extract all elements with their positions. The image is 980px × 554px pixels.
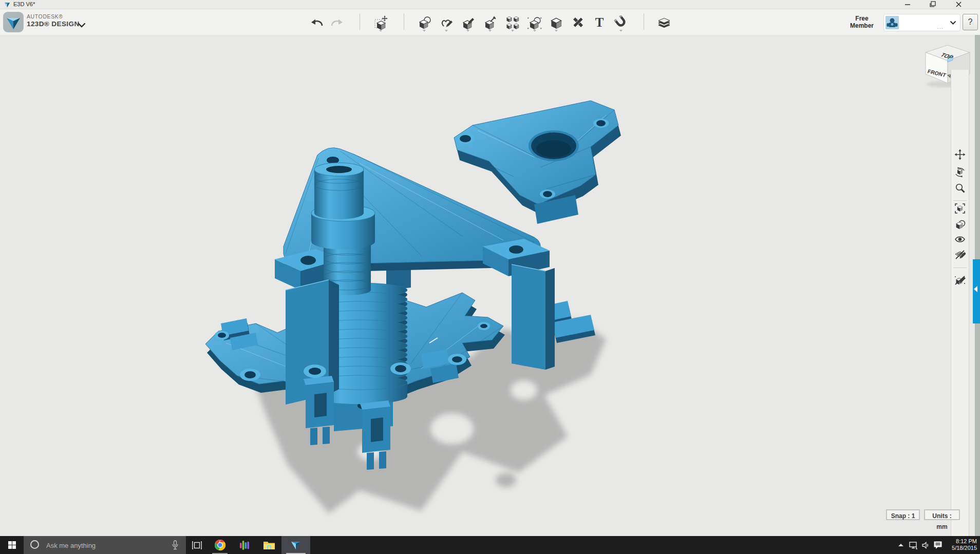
app-window: E3D V6* AUTODESK® 123D® DESIGN: [0, 0, 980, 554]
autodesk-123d-logo: [3, 12, 24, 32]
sketch-toggle-icon: [954, 274, 966, 285]
speaker-icon: [921, 541, 930, 549]
toolbar-separator: [360, 13, 360, 30]
undo-icon: [310, 15, 324, 30]
close-button[interactable]: [950, 0, 967, 9]
brand-autodesk: AUTODESK®: [27, 13, 63, 20]
membership-status: Free Member: [842, 15, 881, 29]
123d-design-taskbar-button[interactable]: [281, 536, 310, 554]
restore-icon: [924, 0, 941, 9]
help-glyph: ?: [968, 17, 973, 26]
action-center-button[interactable]: [932, 536, 944, 554]
combine-button[interactable]: [548, 13, 564, 32]
task-view-icon: [192, 541, 202, 549]
pattern-button[interactable]: [504, 13, 521, 32]
sketch-icon: [439, 15, 454, 30]
sketch-button[interactable]: [438, 13, 455, 32]
grouping-button[interactable]: [526, 13, 543, 32]
modify-icon: [483, 15, 497, 30]
snap-label: Snap : 1: [891, 512, 915, 520]
parts-panel-tab[interactable]: [973, 259, 980, 323]
transform-move-button[interactable]: [372, 13, 389, 32]
3d-model-scene[interactable]: [0, 35, 980, 536]
snap-button[interactable]: [613, 13, 629, 32]
magnet-icon: [614, 15, 628, 30]
view-cube[interactable]: TOP FRONT RIGHT: [918, 41, 980, 88]
combine-icon: [549, 15, 563, 30]
task-view-button[interactable]: [186, 536, 208, 554]
minimize-icon: [899, 0, 916, 9]
floating-triangular-plate[interactable]: [454, 101, 621, 224]
shaded-view-icon: [954, 219, 966, 231]
toolbar-separator: [644, 13, 644, 30]
material-button[interactable]: [656, 13, 672, 32]
orbit-icon: [954, 166, 966, 178]
close-icon: [950, 0, 967, 9]
volume-tray-button[interactable]: [919, 536, 932, 554]
account-widget[interactable]: ...: [883, 14, 960, 31]
grid-toggle-icon: [954, 249, 966, 260]
undo-button[interactable]: [309, 13, 325, 32]
taskbar-clock[interactable]: 8:12 PM 5/18/2015: [946, 538, 977, 551]
start-button[interactable]: [0, 536, 24, 554]
navigation-toolbar: [951, 70, 969, 554]
fit-view-icon: [954, 203, 966, 214]
nav-separator: [953, 200, 967, 201]
material-layers-icon: [657, 15, 671, 30]
window-title: E3D V6*: [13, 0, 35, 9]
minimize-button[interactable]: [899, 0, 916, 9]
sketch-visibility-button[interactable]: [954, 274, 966, 286]
file-explorer-taskbar-button[interactable]: [257, 536, 281, 554]
microphone-icon[interactable]: [172, 540, 179, 550]
text-tool-icon: T: [595, 16, 604, 29]
pan-button[interactable]: [954, 148, 966, 161]
snap-setting[interactable]: Snap : 1: [886, 509, 920, 520]
measure-button[interactable]: [570, 13, 586, 32]
action-center-icon: [933, 541, 943, 549]
clock-date: 5/18/2015: [946, 545, 977, 551]
text-tool-button[interactable]: T: [591, 13, 608, 32]
orbit-button[interactable]: [954, 166, 966, 178]
restore-button[interactable]: [924, 0, 941, 9]
media-app-icon: [239, 540, 250, 551]
construct-button[interactable]: [460, 13, 476, 32]
pan-icon: [954, 149, 966, 160]
grid-visibility-button[interactable]: [954, 249, 966, 261]
clock-time: 8:12 PM: [946, 538, 977, 545]
units-setting[interactable]: Units : mm: [924, 509, 960, 520]
measure-icon: [571, 15, 585, 30]
network-tray-button[interactable]: [907, 536, 919, 554]
app-menu-button[interactable]: [75, 15, 88, 35]
cortana-search-box[interactable]: [24, 536, 186, 554]
account-chevron-icon: [950, 21, 956, 25]
brand-123d-design: 123D® DESIGN: [27, 20, 80, 28]
tray-show-hidden-button[interactable]: [895, 536, 907, 554]
help-button[interactable]: ?: [963, 14, 978, 30]
shaded-view-button[interactable]: [954, 219, 966, 231]
windows-taskbar: 8:12 PM 5/18/2015: [0, 536, 980, 554]
app-icon: [4, 2, 10, 8]
grouping-icon: [527, 15, 542, 30]
primitives-icon: [417, 15, 431, 30]
primitives-button[interactable]: [416, 13, 432, 32]
title-bar: E3D V6*: [0, 0, 980, 9]
modify-button[interactable]: [482, 13, 498, 32]
media-app-taskbar-button[interactable]: [232, 536, 257, 554]
viewport[interactable]: TOP FRONT RIGHT: [0, 35, 980, 536]
fit-view-button[interactable]: [954, 202, 966, 215]
chevron-up-icon: [898, 544, 903, 546]
taskbar-search-input[interactable]: [45, 536, 158, 554]
file-explorer-icon: [263, 540, 275, 550]
account-ellipsis: ...: [937, 24, 944, 30]
redo-button[interactable]: [329, 13, 345, 32]
nav-separator: [953, 268, 967, 268]
chrome-icon: [214, 539, 226, 551]
chevron-down-icon: [78, 23, 86, 28]
visibility-button[interactable]: [954, 233, 966, 245]
chrome-taskbar-button[interactable]: [208, 536, 232, 554]
construct-icon: [461, 15, 475, 30]
membership-line1: Free: [842, 15, 881, 22]
transform-move-icon: [373, 15, 388, 30]
zoom-button[interactable]: [954, 182, 966, 194]
main-toolbar: AUTODESK® 123D® DESIGN: [0, 9, 980, 35]
